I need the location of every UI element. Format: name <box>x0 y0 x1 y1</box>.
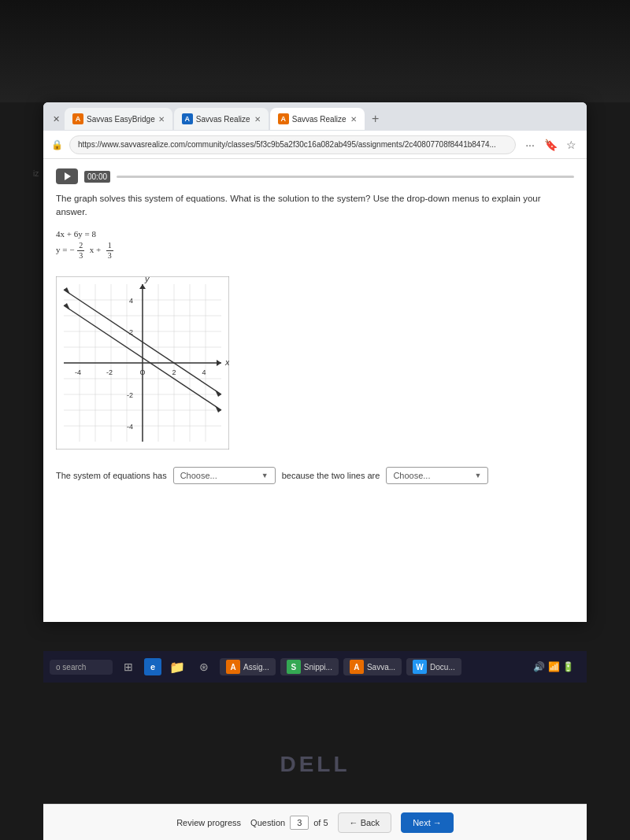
url-input[interactable]: https://www.savvasrealize.com/community/… <box>69 135 516 154</box>
taskbar-store-icon[interactable]: ⊛ <box>193 656 215 678</box>
fraction2: 1 3 <box>106 241 113 261</box>
content-area: 00:00 The graph solves this system of eq… <box>43 159 587 622</box>
taskbar-app-docu-icon: W <box>413 660 427 674</box>
taskbar-app-docu-label: Docu... <box>430 663 455 672</box>
bottom-nav: Review progress Question 3 of 5 ← Back N… <box>43 804 587 840</box>
taskbar-search-label: o search <box>56 663 86 672</box>
svg-text:2: 2 <box>172 368 176 376</box>
taskbar-icons-right: 🔊 📶 🔋 <box>533 661 574 672</box>
tab-icon-realize2: A <box>278 113 289 124</box>
back-button[interactable]: ← Back <box>338 812 392 833</box>
sidebar-label-iz: iz <box>33 169 39 178</box>
audio-time: 00:00 <box>84 171 110 183</box>
of-label: of 5 <box>313 818 328 827</box>
taskbar-app-assig[interactable]: A Assig... <box>220 658 276 675</box>
dropdown1[interactable]: Choose... ▼ <box>173 467 276 484</box>
svg-text:-2: -2 <box>106 368 113 376</box>
equation-block: 4x + 6y = 8 y = − 2 3 x + 1 3 <box>56 228 574 261</box>
taskbar-app-snippi[interactable]: S Snippi... <box>280 658 339 675</box>
svg-text:-2: -2 <box>127 391 133 399</box>
tab-close-realize1[interactable]: ✕ <box>254 115 261 124</box>
star-icon[interactable]: ☆ <box>563 137 579 153</box>
dropdown2-arrow: ▼ <box>474 472 481 479</box>
fraction1: 2 3 <box>77 241 84 261</box>
equation1: 4x + 6y = 8 <box>56 228 574 242</box>
play-button[interactable] <box>56 168 78 184</box>
url-text: https://www.savvasrealize.com/community/… <box>78 140 496 149</box>
review-progress-button[interactable]: Review progress <box>176 818 241 827</box>
bookmark-icon[interactable]: 🔖 <box>543 137 558 153</box>
taskbar-app-savva[interactable]: A Savva... <box>343 658 402 675</box>
svg-text:x: x <box>224 357 229 367</box>
taskbar-app-assig-label: Assig... <box>243 663 269 672</box>
address-actions: ··· 🔖 ☆ <box>522 137 579 153</box>
equation2: y = − 2 3 x + 1 3 <box>56 241 574 261</box>
taskbar-app-savva-label: Savva... <box>367 663 395 672</box>
audio-progress-track[interactable] <box>117 176 574 178</box>
address-bar: 🔒 https://www.savvasrealize.com/communit… <box>43 131 587 159</box>
question-label: Question <box>250 818 285 827</box>
new-tab-button[interactable]: + <box>366 109 385 128</box>
tab-icon-realize1: A <box>182 113 193 124</box>
next-button[interactable]: Next → <box>401 812 454 833</box>
lock-icon: 🔒 <box>51 139 63 150</box>
taskbar-edge-icon[interactable]: e <box>144 658 161 675</box>
tab-bar: ✕ A Savvas EasyBridge ✕ A Savvas Realize… <box>43 102 587 131</box>
svg-text:O: O <box>139 368 145 376</box>
taskbar: o search ⊞ e 📁 ⊛ A Assig... S Snippi... … <box>43 651 587 683</box>
taskbar-search[interactable]: o search <box>50 660 113 675</box>
tab-label-realize1: Savvas Realize <box>196 115 250 124</box>
audio-player: 00:00 <box>56 168 574 184</box>
dropdown2[interactable]: Choose... ▼ <box>386 467 488 484</box>
tab-savvas-realize-1[interactable]: A Savvas Realize ✕ <box>174 108 269 130</box>
tab-label-easybridge: Savvas EasyBridge <box>87 115 155 124</box>
taskbar-app-savva-icon: A <box>350 660 364 674</box>
dropdown2-value: Choose... <box>393 471 430 480</box>
browser-close-x[interactable]: ✕ <box>50 114 63 124</box>
tab-close-easybridge[interactable]: ✕ <box>158 115 165 124</box>
coordinate-graph: x y -4 -2 O 2 4 4 2 -2 -4 <box>56 276 229 450</box>
taskbar-app-snippi-label: Snippi... <box>304 663 332 672</box>
dropdown1-arrow: ▼ <box>261 472 269 479</box>
svg-text:-4: -4 <box>127 423 133 431</box>
tab-savvas-realize-2[interactable]: A Savvas Realize ✕ <box>270 108 365 130</box>
taskbar-app-assig-icon: A <box>226 660 240 674</box>
tab-close-realize2[interactable]: ✕ <box>350 115 357 124</box>
tab-label-realize2: Savvas Realize <box>292 115 346 124</box>
dropdown1-value: Choose... <box>180 471 217 480</box>
answer-row: The system of equations has Choose... ▼ … <box>56 467 574 484</box>
svg-text:4: 4 <box>129 297 133 305</box>
play-icon <box>65 172 71 180</box>
browser-window: ✕ A Savvas EasyBridge ✕ A Savvas Realize… <box>43 102 587 622</box>
dell-area: DELL <box>0 752 630 777</box>
answer-prefix: The system of equations has <box>56 471 167 480</box>
svg-text:4: 4 <box>202 368 206 376</box>
question-text: The graph solves this system of equation… <box>56 192 574 220</box>
graph-wrapper: x y -4 -2 O 2 4 4 2 -2 -4 <box>56 276 229 453</box>
tab-icon-easybridge: A <box>72 113 83 124</box>
more-options-icon[interactable]: ··· <box>522 137 538 153</box>
tab-savvas-easybridge[interactable]: A Savvas EasyBridge ✕ <box>65 108 172 130</box>
taskbar-app-docu[interactable]: W Docu... <box>406 658 461 675</box>
quiz-content: 00:00 The graph solves this system of eq… <box>43 159 587 622</box>
taskbar-windows-icon[interactable]: ⊞ <box>117 656 139 678</box>
question-number: 3 <box>290 816 309 830</box>
svg-text:-4: -4 <box>75 368 81 376</box>
question-nav: Question 3 of 5 <box>250 816 328 830</box>
taskbar-right: 🔊 📶 🔋 <box>533 661 580 672</box>
answer-middle: because the two lines are <box>282 471 380 480</box>
dell-logo: DELL <box>280 752 350 777</box>
taskbar-files-icon[interactable]: 📁 <box>166 656 188 678</box>
taskbar-app-snippi-icon: S <box>287 660 301 674</box>
